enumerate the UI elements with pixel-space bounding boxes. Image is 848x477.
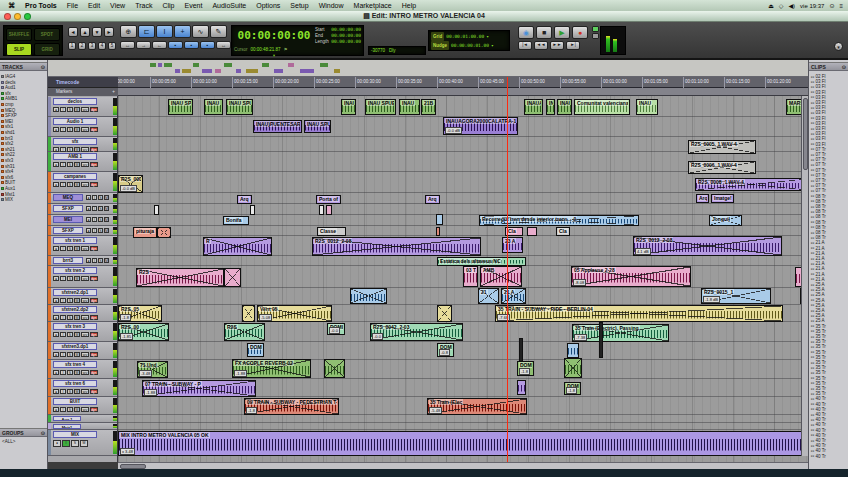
rewind-button[interactable]: ◄◄ xyxy=(534,41,548,50)
tracks-list-item[interactable]: MEI xyxy=(1,119,13,124)
tracks-list-item[interactable]: decls xyxy=(1,80,16,85)
audio-clip[interactable]: Recorregut tren desde interior trens...-… xyxy=(479,215,639,226)
audio-clip[interactable]: DOMI xyxy=(247,343,264,357)
tracks-list-item[interactable]: sh22 xyxy=(1,152,15,157)
playhead[interactable] xyxy=(507,77,508,462)
track-header[interactable]: sfx tren 3●ISMwvdyn xyxy=(48,322,118,342)
menu-help[interactable]: Help xyxy=(397,2,421,9)
track-header[interactable]: sfxtren2.dp2●ISMwvdyn xyxy=(48,305,118,322)
tracks-list-item[interactable]: sh31 xyxy=(1,164,15,169)
track-●-button[interactable]: ● xyxy=(86,217,91,222)
audio-clip[interactable]: AMB xyxy=(480,266,522,287)
eject-icon[interactable]: ⏏ xyxy=(768,2,774,9)
audio-clip[interactable]: Porta of xyxy=(316,195,341,204)
link-timeline-edit-button[interactable]: ↔ xyxy=(120,41,135,49)
menu-edit[interactable]: Edit xyxy=(83,2,105,9)
track-m-button[interactable]: M xyxy=(104,206,109,211)
track-●-button[interactable]: ● xyxy=(53,246,59,251)
track-header[interactable]: sfx tren 1●ISMwvdyn xyxy=(48,236,118,256)
audio-clip[interactable]: R2S_0005_1.WAV-4 xyxy=(688,140,756,154)
markers-ruler-label[interactable]: Markers+ xyxy=(48,88,118,96)
audio-clip[interactable] xyxy=(599,322,603,358)
track-●-button[interactable]: ● xyxy=(53,276,59,281)
track-view-tag[interactable]: wv xyxy=(81,407,89,412)
mode-grid-button[interactable]: GRID xyxy=(34,43,60,56)
clips-menu-icon[interactable]: ⊙ xyxy=(842,63,846,70)
apple-menu-icon[interactable]: ⌘ xyxy=(3,2,20,10)
universe-view[interactable] xyxy=(48,60,808,77)
track-i-button[interactable]: I xyxy=(60,162,66,167)
online-button[interactable]: ◉ xyxy=(518,26,534,39)
track-header[interactable]: Audio 1●ISMwvdyn xyxy=(48,117,118,137)
menu-track[interactable]: Track xyxy=(130,2,157,9)
track-●-button[interactable]: ● xyxy=(53,182,59,187)
track-view-tag[interactable]: dyn xyxy=(90,127,98,132)
track-header[interactable]: sfxtren3.dp1●ISMwvdyn xyxy=(48,342,118,360)
audio-clip[interactable]: R2S_0008_1.WAV-4 xyxy=(695,178,808,191)
notification-center-icon[interactable]: ≡ xyxy=(839,3,843,9)
track-header[interactable]: sfx●ISMwvdyn xyxy=(48,137,118,152)
zoom-up-icon[interactable]: ▲ xyxy=(80,27,90,37)
clips-list-header[interactable]: CLIPS⊙ xyxy=(809,62,848,71)
track-s-button[interactable]: S xyxy=(98,195,103,200)
audio-clip[interactable] xyxy=(157,227,171,238)
track-i-button[interactable]: I xyxy=(62,440,70,447)
tracks-list-item[interactable]: sfx6 xyxy=(1,175,13,180)
tracks-list-item[interactable]: brt3 xyxy=(1,136,13,141)
timecode-ruler[interactable]: 00:00:00:0000:00:05:0000:00:10:0000:00:1… xyxy=(118,77,808,88)
audio-clip[interactable]: INAU)PUENTESAR xyxy=(253,120,302,133)
audio-clip[interactable] xyxy=(436,214,443,225)
grabber-tool[interactable]: + xyxy=(174,25,191,38)
vertical-scrollbar-thumb[interactable] xyxy=(803,98,808,170)
audio-clip[interactable] xyxy=(564,358,582,378)
audio-clip[interactable]: Cla xyxy=(556,227,570,236)
track-●-button[interactable]: ● xyxy=(53,440,61,447)
track-m-button[interactable]: M xyxy=(74,352,80,357)
mode-shuffle-button[interactable]: SHUFFLE xyxy=(6,28,32,41)
horizontal-scrollbar[interactable] xyxy=(118,462,808,469)
zoom-preset-5[interactable]: 5 xyxy=(108,42,116,50)
track-view-tag[interactable]: dyn xyxy=(90,298,98,303)
track-header[interactable]: MEQ●ISM xyxy=(48,193,118,204)
track-m-button[interactable]: M xyxy=(104,258,109,263)
track-header[interactable]: SFXP●ISM xyxy=(48,226,118,236)
clips-list-item[interactable]: ▸▸40 Tr xyxy=(811,454,826,459)
tracks-list-item[interactable]: AMB1 xyxy=(1,96,17,101)
tab-to-transient-button[interactable]: → xyxy=(136,41,151,49)
track-view-tag[interactable]: wv xyxy=(81,107,89,112)
menu-event[interactable]: Event xyxy=(179,2,207,9)
track-m-button[interactable]: M xyxy=(104,228,109,233)
play-button[interactable]: ▶ xyxy=(554,26,570,39)
track-view-tag[interactable]: wv xyxy=(81,315,89,320)
timeline-ruler[interactable]: 00:00:00:0000:00:05:0000:00:10:0000:00:1… xyxy=(118,77,808,96)
track-view-tag[interactable]: wv xyxy=(81,276,89,281)
audio-clip[interactable]: Arq xyxy=(237,195,252,204)
audio-clip[interactable] xyxy=(517,380,526,395)
audio-clip[interactable]: Estàtica dels altaveus NC xyxy=(437,257,526,266)
track-name[interactable]: Audio 1 xyxy=(53,118,97,125)
track-header[interactable]: sfx tren 4●ISMwvdyn xyxy=(48,360,118,379)
selector-tool[interactable]: I xyxy=(156,25,173,38)
audio-clip[interactable] xyxy=(224,268,241,287)
audio-clip[interactable]: INAU SPUEN xyxy=(365,99,396,115)
track-name[interactable]: sfxtren2.dp2 xyxy=(53,306,97,313)
track-name[interactable]: SFXP xyxy=(53,227,83,234)
track-s-button[interactable]: S xyxy=(98,217,103,222)
zoom-preset-1[interactable]: 1 xyxy=(68,42,76,50)
groups-menu-icon[interactable]: ⊙ xyxy=(41,429,45,436)
audio-clip[interactable]: R2S_0015_1-1.8 dB xyxy=(701,288,771,304)
track-view-tag[interactable]: dyn xyxy=(90,162,98,167)
track-i-button[interactable]: I xyxy=(60,298,66,303)
track-●-button[interactable]: ● xyxy=(86,228,91,233)
track-●-button[interactable]: ● xyxy=(53,407,59,412)
audio-clip[interactable]: pituraja xyxy=(133,227,157,238)
track-i-button[interactable]: I xyxy=(60,107,66,112)
track-m-button[interactable]: M xyxy=(74,107,80,112)
audio-clip[interactable]: 21 A xyxy=(501,288,526,304)
mode-slip-button[interactable]: SLIP xyxy=(6,43,32,56)
audio-clip[interactable]: Arq xyxy=(425,195,440,204)
track-name[interactable]: sfx tren 6 xyxy=(53,380,97,387)
track-header[interactable]: sfxtren2.dp1●ISMwvdyn xyxy=(48,288,118,305)
link-track-button[interactable]: ▪ xyxy=(184,41,199,49)
track-m-button[interactable]: M xyxy=(74,182,80,187)
